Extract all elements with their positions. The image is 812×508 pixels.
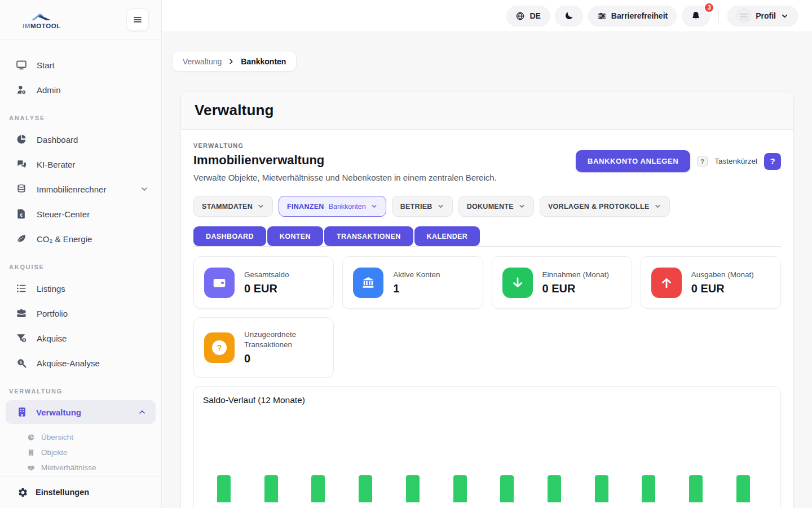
sliders-icon	[597, 11, 607, 21]
sidebar-item-start[interactable]: Start	[0, 52, 161, 77]
sidebar-subitem-uebersicht[interactable]: Übersicht	[0, 430, 161, 445]
sidebar-section-analyse: ANALYSE	[0, 102, 161, 127]
saldo-bar	[689, 475, 703, 502]
building-icon	[16, 406, 28, 418]
module-tabs: STAMMDATEN FINANZEN Bankkonten BETRIEB D…	[193, 196, 781, 217]
roof-logo-icon	[29, 11, 55, 22]
chevron-down-icon	[437, 203, 444, 210]
create-bank-account-button[interactable]: BANKKONTO ANLEGEN	[576, 150, 690, 172]
subtab-dashboard[interactable]: DASHBOARD	[193, 226, 266, 246]
sidebar-item-label: Verwaltung	[36, 408, 129, 417]
page-overline: VERWALTUNG	[193, 142, 497, 149]
sidebar-item-portfolio[interactable]: Portfolio	[0, 301, 161, 326]
breadcrumb-current: Bankkonten	[241, 57, 286, 66]
subtab-konten[interactable]: KONTEN	[267, 226, 323, 246]
arrow-down-icon	[502, 268, 533, 298]
question-glyph: ?	[212, 340, 227, 355]
admin-user-icon	[16, 84, 27, 95]
chevron-down-icon	[257, 203, 264, 210]
dark-mode-toggle[interactable]	[555, 6, 583, 27]
bank-icon	[353, 268, 383, 298]
notifications-button[interactable]: 3	[682, 6, 710, 27]
profile-avatar	[736, 8, 751, 23]
bell-icon	[691, 11, 701, 21]
profile-menu-button[interactable]: Profil	[727, 6, 798, 27]
stat-text: Unzugeordnete Transaktionen 0	[244, 330, 312, 365]
sidebar-item-label: Steuer-Center	[37, 209, 90, 219]
leaf-icon	[16, 233, 27, 244]
sidebar-item-label: Admin	[37, 85, 61, 95]
sidebar-section-akquise: AKQUISE	[0, 251, 161, 276]
stat-card-aktive-konten: Aktive Konten 1	[342, 256, 483, 309]
tab-betrieb[interactable]: BETRIEB	[392, 196, 453, 217]
breadcrumb: Verwaltung Bankkonten	[172, 51, 297, 72]
sidebar-item-label: Start	[37, 60, 55, 70]
sidebar-item-verwaltung-active[interactable]: Verwaltung	[6, 400, 156, 424]
briefcase-icon	[16, 308, 27, 319]
brand-logo[interactable]: IMMOTOOL	[23, 11, 61, 29]
svg-text:€: €	[20, 212, 23, 218]
notification-badge: 3	[704, 2, 714, 13]
sidebar-section-verwaltung: VERWALTUNG	[0, 375, 161, 400]
stat-label: Ausgaben (Monat)	[691, 270, 754, 280]
subtab-kalender[interactable]: KALENDER	[414, 226, 480, 246]
sidebar-item-label: KI-Berater	[37, 160, 75, 169]
title-block: VERWALTUNG Immobilienverwaltung Verwalte…	[193, 142, 497, 182]
stat-text: Einnahmen (Monat) 0 EUR	[542, 270, 610, 295]
tab-finanzen[interactable]: FINANZEN Bankkonten	[279, 196, 386, 217]
saldo-bar	[311, 475, 325, 502]
sidebar-item-immobilienrechner[interactable]: Immobilienrechner	[0, 177, 161, 202]
saldo-bar	[453, 475, 467, 502]
help-button[interactable]: ?	[764, 153, 781, 170]
tab-vorlagen-protokolle[interactable]: VORLAGEN & PROTOKOLLE	[540, 196, 670, 217]
sidebar-subitem-objekte[interactable]: Objekte	[0, 445, 161, 460]
breadcrumb-parent[interactable]: Verwaltung	[183, 57, 222, 66]
tab-label: FINANZEN	[287, 203, 324, 211]
sidebar-item-listings[interactable]: Listings	[0, 276, 161, 301]
saldo-bar	[264, 475, 278, 502]
hamburger-icon	[133, 15, 143, 25]
stat-value: 0 EUR	[244, 282, 289, 295]
stat-card-ausgaben: Ausgaben (Monat) 0 EUR	[641, 256, 781, 309]
topbar: DE Barrierefreiheit 3 Profil	[162, 0, 812, 32]
stat-value: 0 EUR	[542, 282, 610, 295]
funnel-dollar-icon: $	[16, 332, 27, 344]
sidebar-nav: Start Admin ANALYSE Dashboard KI-Berater	[0, 40, 161, 476]
sidebar-item-akquise-analyse[interactable]: $ Akquise-Analyse	[0, 351, 161, 375]
stat-card-gesamtsaldo: Gesamtsaldo 0 EUR	[193, 256, 334, 309]
chart-title: Saldo-Verlauf (12 Monate)	[203, 395, 771, 405]
sidebar-item-admin[interactable]: Admin	[0, 77, 161, 102]
sidebar-item-dashboard[interactable]: Dashboard	[0, 127, 161, 152]
sidebar-item-steuer-center[interactable]: € Steuer-Center	[0, 202, 161, 226]
sidebar-subitem-mietverhaeltnisse[interactable]: Mietverhältnisse	[0, 460, 161, 475]
moon-icon	[564, 11, 574, 21]
gear-icon	[17, 487, 28, 498]
chevron-down-icon	[780, 12, 789, 20]
menu-toggle-button[interactable]	[126, 8, 149, 31]
question-icon: ?	[204, 332, 235, 363]
sidebar-item-label: Dashboard	[37, 135, 78, 144]
sidebar-item-label: Portfolio	[37, 309, 68, 318]
sidebar-item-akquise[interactable]: $ Akquise	[0, 326, 161, 351]
tab-stammdaten[interactable]: STAMMDATEN	[193, 196, 273, 217]
sidebar-item-ki-berater[interactable]: KI-Berater	[0, 152, 161, 177]
stat-value: 0	[244, 352, 312, 365]
accessibility-button[interactable]: Barrierefreiheit	[588, 6, 677, 27]
sidebar-item-einstellungen[interactable]: Einstellungen	[0, 476, 161, 508]
page-subtitle: Verwalte Objekte, Mietverhältnisse und N…	[193, 173, 497, 182]
profile-label: Profil	[756, 11, 776, 20]
language-button[interactable]: DE	[506, 6, 549, 27]
sidebar-header: IMMOTOOL	[0, 0, 161, 40]
stats-row-2: ? Unzugeordnete Transaktionen 0	[193, 317, 781, 378]
sidebar-item-co2-energie[interactable]: CO₂ & Energie	[0, 226, 161, 251]
card-header: Verwaltung	[181, 91, 793, 130]
chevron-up-icon	[138, 408, 147, 417]
wallet-icon	[204, 268, 235, 298]
saldo-bar	[642, 475, 655, 502]
building-icon	[27, 449, 35, 457]
subtab-transaktionen[interactable]: TRANSAKTIONEN	[324, 226, 413, 246]
stat-text: Ausgaben (Monat) 0 EUR	[691, 270, 754, 295]
sidebar-item-label: CO₂ & Energie	[37, 234, 92, 244]
tab-dokumente[interactable]: DOKUMENTE	[458, 196, 534, 217]
language-label: DE	[529, 11, 540, 20]
